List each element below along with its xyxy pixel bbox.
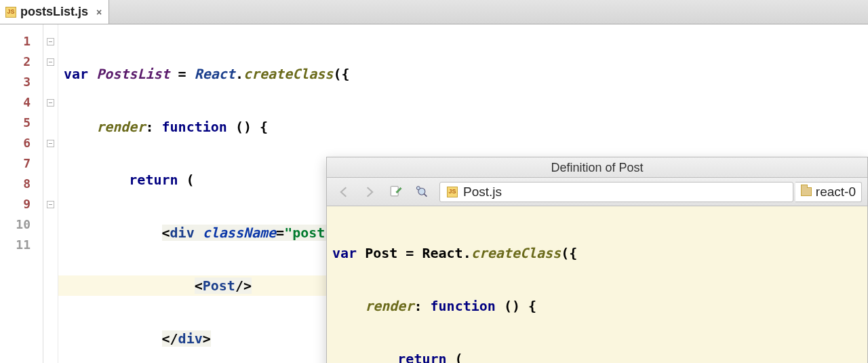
svg-point-2 bbox=[416, 186, 420, 189]
identifier: React bbox=[195, 66, 235, 82]
edit-file-icon bbox=[389, 185, 402, 199]
jsx-tag: Post bbox=[203, 278, 235, 294]
fold-column bbox=[43, 24, 58, 363]
line-number[interactable]: 3 bbox=[0, 72, 43, 92]
keyword: var bbox=[64, 66, 88, 82]
js-file-icon bbox=[447, 187, 458, 197]
js-file-icon bbox=[5, 7, 16, 18]
line-number[interactable]: 9 bbox=[0, 194, 43, 214]
show-usages-button[interactable] bbox=[410, 182, 433, 202]
arrow-left-icon bbox=[337, 185, 351, 199]
jsx-tag: div bbox=[178, 330, 203, 347]
code-editor[interactable]: var PostsList = React.createClass({ rend… bbox=[58, 24, 868, 363]
tab-filename: postsList.js bbox=[20, 5, 88, 19]
close-icon[interactable]: × bbox=[96, 7, 102, 18]
popup-title: Definition of Post bbox=[327, 157, 867, 178]
breadcrumb-file: Post.js bbox=[463, 185, 502, 198]
line-number[interactable]: 7 bbox=[0, 153, 43, 174]
fold-marker-icon[interactable] bbox=[47, 201, 54, 208]
jsx-attr: className bbox=[203, 225, 276, 241]
popup-toolbar: Post.js react-0 bbox=[327, 178, 867, 206]
quick-definition-popup: Definition of Post Post.js bbox=[326, 157, 868, 363]
line-number[interactable]: 8 bbox=[0, 174, 43, 194]
jsx-tag: div bbox=[170, 225, 195, 241]
editor-tab[interactable]: postsList.js × bbox=[0, 0, 109, 24]
line-number[interactable]: 4 bbox=[0, 92, 43, 113]
popup-breadcrumb-module[interactable]: react-0 bbox=[795, 182, 862, 202]
tab-bar: postsList.js × bbox=[0, 0, 868, 24]
arrow-right-icon bbox=[363, 185, 376, 199]
folder-icon bbox=[801, 187, 812, 196]
fold-marker-icon[interactable] bbox=[47, 140, 54, 147]
line-number[interactable]: 5 bbox=[0, 113, 43, 133]
keyword: return bbox=[129, 172, 178, 188]
fold-marker-icon[interactable] bbox=[47, 99, 54, 107]
method: createClass bbox=[243, 66, 333, 82]
line-number[interactable]: 6 bbox=[0, 133, 43, 153]
breadcrumb-module: react-0 bbox=[816, 185, 856, 198]
identifier: PostsList bbox=[96, 66, 170, 82]
edit-source-button[interactable] bbox=[384, 182, 407, 202]
popup-breadcrumb[interactable]: Post.js bbox=[439, 182, 793, 202]
popup-code[interactable]: var Post = React.createClass({ render: f… bbox=[327, 206, 867, 363]
editor-area: 1 2 3 4 5 6 7 8 9 10 11 var PostsList = … bbox=[0, 24, 868, 363]
fold-marker-icon[interactable] bbox=[47, 58, 54, 66]
keyword: function bbox=[162, 119, 227, 135]
fold-marker-icon[interactable] bbox=[47, 38, 54, 45]
line-number[interactable]: 10 bbox=[0, 214, 43, 235]
back-button[interactable] bbox=[332, 182, 355, 202]
line-number[interactable]: 2 bbox=[0, 52, 43, 72]
gutter: 1 2 3 4 5 6 7 8 9 10 11 bbox=[0, 24, 43, 363]
forward-button[interactable] bbox=[358, 182, 381, 202]
line-number[interactable]: 1 bbox=[0, 31, 43, 52]
find-icon bbox=[414, 185, 428, 199]
line-number[interactable]: 11 bbox=[0, 235, 43, 255]
property: render bbox=[96, 119, 145, 135]
